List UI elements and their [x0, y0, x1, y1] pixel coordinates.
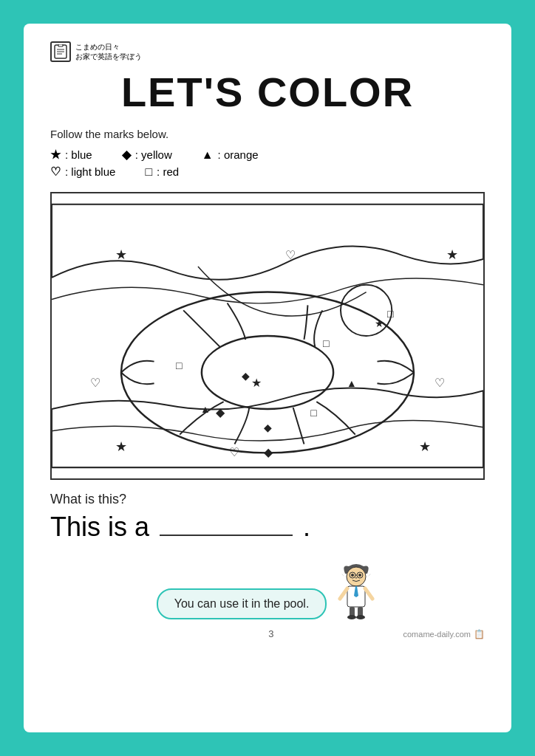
site-url: comame-daily.com 📋 [403, 629, 485, 639]
svg-rect-1 [58, 44, 63, 47]
svg-text:♡: ♡ [285, 249, 296, 261]
yellow-label: : yellow [135, 148, 172, 161]
svg-text:◆: ◆ [264, 422, 272, 433]
svg-text:★: ★ [419, 439, 431, 454]
legend: ★ : blue ◆ : yellow ▲ : orange ♡ : light… [50, 148, 485, 182]
answer-blank[interactable] [160, 535, 293, 536]
svg-point-28 [347, 567, 366, 586]
logo-line1: こまめの日々 [75, 42, 142, 52]
svg-text:★: ★ [251, 377, 262, 389]
svg-text:★: ★ [446, 247, 458, 262]
svg-point-30 [358, 574, 361, 577]
svg-text:♡: ♡ [435, 377, 445, 389]
square-symbol: □ [145, 165, 152, 179]
svg-text:□: □ [310, 407, 317, 419]
what-is-this: What is this? [50, 492, 485, 507]
svg-text:★: ★ [375, 317, 384, 329]
speech-bubble: You can use it in the pool. [157, 588, 327, 619]
legend-lightblue: ♡ : light blue [50, 165, 115, 179]
svg-text:★: ★ [115, 247, 127, 262]
svg-text:▲: ▲ [200, 403, 211, 415]
logo-area: こまめの日々 お家で英語を学ぼう [50, 41, 485, 62]
lightblue-label: : light blue [65, 165, 115, 178]
svg-text:□: □ [176, 360, 183, 371]
url-text: comame-daily.com [403, 630, 471, 639]
logo-icon [50, 41, 71, 62]
legend-row-2: ♡ : light blue □ : red [50, 165, 485, 179]
star-symbol: ★ [50, 148, 61, 162]
coloring-svg: ★ ★ ★ ★ ★ ★ ◆ ◆ ◆ ◆ ▲ ▲ ♡ ♡ ♡ ♡ □ □ □ □ [52, 193, 483, 478]
legend-blue: ★ : blue [50, 148, 92, 162]
svg-text:▲: ▲ [347, 377, 357, 389]
logo-text: こまめの日々 お家で英語を学ぼう [75, 42, 142, 61]
svg-point-39 [347, 615, 356, 619]
main-title: LET'S COLOR [50, 68, 485, 116]
legend-row-1: ★ : blue ◆ : yellow ▲ : orange [50, 148, 485, 162]
legend-yellow: ◆ : yellow [122, 148, 172, 162]
question-section: What is this? This is a . [50, 492, 485, 554]
svg-text:□: □ [387, 308, 394, 320]
orange-label: : orange [218, 148, 259, 161]
copy-icon: 📋 [474, 629, 485, 639]
hint-text: You can use it in the pool. [174, 597, 310, 610]
scientist-figure [334, 560, 378, 619]
svg-text:◆: ◆ [216, 406, 225, 419]
svg-line-35 [340, 588, 347, 599]
footer-bar: 3 comame-daily.com 📋 [50, 628, 485, 639]
sentence-start: This is a [50, 512, 149, 543]
svg-text:♡: ♡ [229, 446, 239, 458]
diamond-symbol: ◆ [122, 148, 131, 162]
svg-point-29 [351, 574, 354, 577]
triangle-symbol: ▲ [202, 148, 214, 162]
svg-text:♡: ♡ [90, 377, 100, 389]
svg-point-40 [356, 615, 365, 619]
heart-symbol: ♡ [50, 165, 61, 179]
instruction-text: Follow the marks below. [50, 128, 485, 140]
svg-text:□: □ [323, 337, 330, 349]
hint-area: You can use it in the pool. [50, 560, 485, 619]
red-label: : red [157, 165, 179, 178]
legend-red: □ : red [145, 165, 179, 179]
logo-line2: お家で英語を学ぼう [75, 52, 142, 61]
svg-text:◆: ◆ [242, 370, 250, 382]
this-is-a-sentence: This is a . [50, 512, 485, 543]
page: こまめの日々 お家で英語を学ぼう LET'S COLOR Follow the … [24, 24, 511, 732]
coloring-area: ★ ★ ★ ★ ★ ★ ◆ ◆ ◆ ◆ ▲ ▲ ♡ ♡ ♡ ♡ □ □ □ □ [50, 192, 485, 480]
svg-line-36 [365, 588, 372, 599]
sentence-period: . [303, 512, 310, 543]
blue-label: : blue [65, 148, 92, 161]
svg-text:★: ★ [115, 439, 127, 454]
svg-text:◆: ◆ [264, 446, 273, 458]
legend-orange: ▲ : orange [202, 148, 259, 162]
page-number: 3 [139, 628, 403, 639]
